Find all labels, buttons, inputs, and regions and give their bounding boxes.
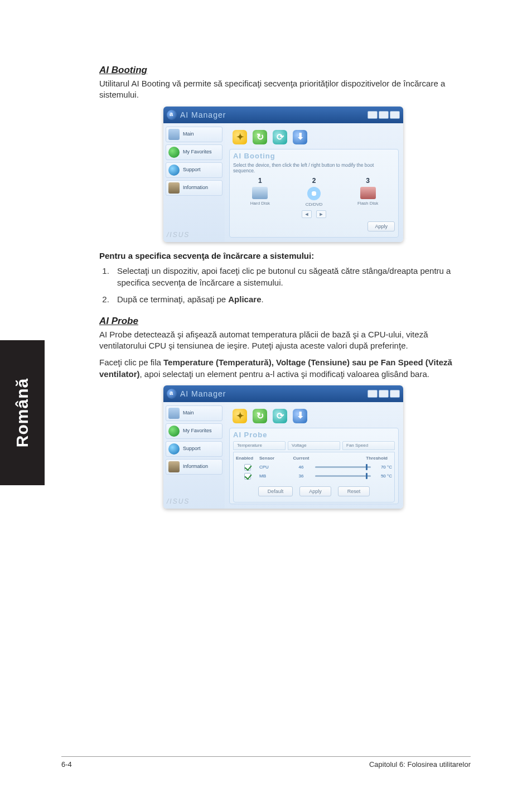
step-text: După ce terminaţi, apăsaţi pe xyxy=(117,294,228,304)
step-end: . xyxy=(261,294,263,304)
ai-probe-intro: AI Probe detectează şi afişează automat … xyxy=(99,329,467,352)
sidebar-item-label: Support xyxy=(183,446,201,452)
sidebar-item-support[interactable]: Support xyxy=(166,162,223,178)
display-icon xyxy=(168,129,180,140)
information-icon xyxy=(168,461,180,472)
enabled-checkbox[interactable] xyxy=(244,464,251,471)
brand-label: /ISUS xyxy=(166,495,223,505)
tab-voltage[interactable]: Voltage xyxy=(288,441,340,450)
threshold-slider[interactable] xyxy=(315,466,371,468)
list-item: Selectaţi un dispozitiv, apoi faceţi cli… xyxy=(112,265,467,289)
toolbar-icon-3[interactable]: ⟳ xyxy=(273,409,287,423)
close-button[interactable] xyxy=(390,111,400,119)
probe-headers: Enabled Sensor Current Threshold xyxy=(236,455,392,462)
boot-device-cddvd[interactable]: CD/DVD xyxy=(294,187,333,207)
probe-body: Enabled Sensor Current Threshold CPU 46 xyxy=(233,452,395,503)
toolbar-icon-3[interactable]: ⟳ xyxy=(273,130,287,144)
toolbar-icon-2[interactable]: ↻ xyxy=(253,130,267,144)
sensor-name: CPU xyxy=(259,465,287,470)
display-icon xyxy=(168,408,180,419)
ai-probe-panel: AI Probe Temperature Voltage Fan Speed E… xyxy=(229,428,399,504)
maximize-button[interactable] xyxy=(379,390,389,398)
threshold-cell: 70 °C xyxy=(315,465,392,470)
brand-label: /ISUS xyxy=(166,229,223,239)
current-value: 36 xyxy=(287,474,315,479)
main-panel: ✦ ↻ ⟳ ⬇ AI Booting Select the device, th… xyxy=(225,123,403,242)
header-enabled: Enabled xyxy=(236,455,259,462)
close-button[interactable] xyxy=(390,390,400,398)
boot-device-flash[interactable]: Flash Disk xyxy=(349,187,388,207)
toolbar-icon-4[interactable]: ⬇ xyxy=(293,409,307,423)
boot-num: 3 xyxy=(366,177,370,185)
para-text: Faceţi clic pe fila xyxy=(99,357,163,367)
toolbar-icon-1[interactable]: ✦ xyxy=(233,409,247,423)
panel-title: AI Probe xyxy=(233,431,395,439)
sidebar: Main My Favorites Support Informati xyxy=(163,402,225,509)
apply-button[interactable]: Apply xyxy=(299,486,331,496)
page: Română AI Booting Utilitarul AI Booting … xyxy=(0,0,532,802)
arrow-left-button[interactable]: ◄ xyxy=(302,210,312,218)
threshold-slider[interactable] xyxy=(315,475,371,477)
boot-device-hard-disk[interactable]: Hard Disk xyxy=(240,187,279,207)
app-logo-icon xyxy=(167,389,177,399)
boot-steps-list: Selectaţi un dispozitiv, apoi faceţi cli… xyxy=(112,265,467,306)
toolbar: ✦ ↻ ⟳ ⬇ xyxy=(229,128,399,147)
minimize-button[interactable] xyxy=(367,111,378,119)
flash-disk-icon xyxy=(360,187,376,199)
threshold-value: 50 °C xyxy=(373,474,392,479)
sidebar-item-label: Main xyxy=(183,132,194,137)
toolbar-icon-1[interactable]: ✦ xyxy=(233,130,247,144)
sidebar: Main My Favorites Support Informati xyxy=(163,123,225,242)
sidebar-item-information[interactable]: Information xyxy=(166,459,223,475)
device-label: Flash Disk xyxy=(357,201,378,206)
sidebar-item-main[interactable]: Main xyxy=(166,127,223,142)
language-label: Română xyxy=(13,378,32,447)
threshold-cell: 50 °C xyxy=(315,474,392,479)
minimize-button[interactable] xyxy=(367,390,378,398)
sidebar-item-favorites[interactable]: My Favorites xyxy=(166,144,223,160)
ai-booting-intro: Utilitarul AI Booting vă permite să spec… xyxy=(99,78,467,101)
sensor-name: MB xyxy=(259,474,287,479)
sidebar-item-support[interactable]: Support xyxy=(166,441,223,457)
window-titlebar: AI Manager xyxy=(163,107,403,123)
titlebar-left: AI Manager xyxy=(167,389,226,399)
maximize-button[interactable] xyxy=(379,111,389,119)
page-footer: 6-4 Capitolul 6: Folosirea utilitarelor xyxy=(61,756,471,769)
sidebar-item-information[interactable]: Information xyxy=(166,180,223,196)
boot-num: 1 xyxy=(258,177,262,185)
tab-fan-speed[interactable]: Fan Speed xyxy=(342,441,395,450)
sidebar-item-label: Main xyxy=(183,410,194,416)
boot-steps-heading: Pentru a specifica secvenţa de încărcare… xyxy=(99,251,467,260)
ai-booting-panel: AI Booting Select the device, then click… xyxy=(229,149,399,238)
cddvd-icon xyxy=(307,187,321,200)
panel-instruction: Select the device, then click the left /… xyxy=(233,162,395,173)
toolbar-icon-4[interactable]: ⬇ xyxy=(293,130,307,144)
toolbar-icon-2[interactable]: ↻ xyxy=(253,409,267,423)
device-label: Hard Disk xyxy=(250,201,270,206)
titlebar-left: AI Manager xyxy=(167,110,226,120)
default-button[interactable]: Default xyxy=(258,486,293,496)
ai-booting-screenshot: AI Manager Main xyxy=(99,107,467,242)
window-body: Main My Favorites Support Informati xyxy=(163,123,403,242)
para-text: , apoi selectaţi un element pentru a-l a… xyxy=(140,369,429,379)
panel-title: AI Booting xyxy=(233,152,395,160)
probe-tabs: Temperature Voltage Fan Speed xyxy=(233,441,395,450)
sidebar-item-main[interactable]: Main xyxy=(166,405,223,421)
tab-temperature[interactable]: Temperature xyxy=(233,441,286,450)
ai-manager-window-probe: AI Manager Main xyxy=(163,385,403,509)
content-column: AI Booting Utilitarul AI Booting vă perm… xyxy=(99,65,467,518)
list-item: După ce terminaţi, apăsaţi pe Aplicare. xyxy=(112,293,467,306)
sidebar-item-favorites[interactable]: My Favorites xyxy=(166,423,223,439)
apply-row: Apply xyxy=(233,221,395,231)
reset-button[interactable]: Reset xyxy=(338,486,370,496)
footer-chapter: Capitolul 6: Folosirea utilitarelor xyxy=(369,760,471,769)
information-icon xyxy=(168,182,180,194)
enabled-checkbox[interactable] xyxy=(244,473,251,480)
boot-num: 2 xyxy=(312,177,316,185)
apply-button[interactable]: Apply xyxy=(367,221,395,231)
enabled-cell xyxy=(236,473,259,480)
window-buttons xyxy=(367,111,400,119)
arrow-right-button[interactable]: ► xyxy=(316,210,326,218)
sidebar-item-label: Support xyxy=(183,167,201,173)
ai-booting-heading: AI Booting xyxy=(99,65,467,76)
